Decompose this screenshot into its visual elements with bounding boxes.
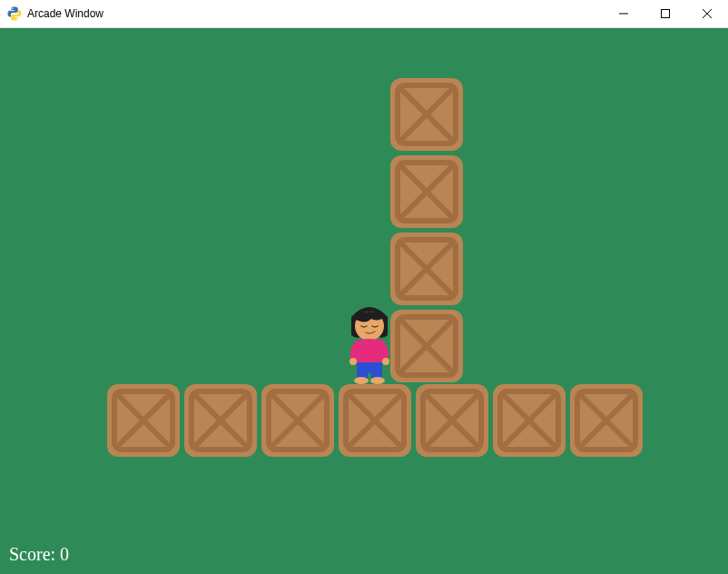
crate-box [570,384,643,457]
score-display: Score: 0 [9,544,69,565]
crate-box [390,310,463,382]
crate-box [390,233,463,305]
svg-point-57 [370,377,385,384]
svg-point-56 [354,377,369,384]
close-button[interactable] [686,0,728,27]
maximize-button[interactable] [644,0,686,27]
titlebar-left: Arcade Window [7,6,103,21]
svg-rect-3 [662,10,670,18]
window-title: Arcade Window [27,7,103,20]
svg-point-52 [382,358,389,365]
crate-box [107,384,180,457]
crate-box [390,155,463,228]
python-icon [7,6,22,21]
minimize-button[interactable] [603,0,644,27]
crate-box [339,384,411,457]
svg-point-51 [349,358,357,365]
crate-box [390,78,463,151]
crate-box [416,384,488,457]
score-label: Score: [9,544,55,564]
crate-box [184,384,257,457]
svg-point-0 [12,8,13,9]
svg-point-1 [16,18,17,19]
titlebar: Arcade Window [0,0,728,28]
window-controls [603,0,728,27]
crate-box [261,384,334,457]
score-value: 0 [60,544,69,564]
player-sprite [339,301,400,384]
crate-box [493,384,566,457]
game-canvas[interactable]: Score: 0 [0,28,728,574]
